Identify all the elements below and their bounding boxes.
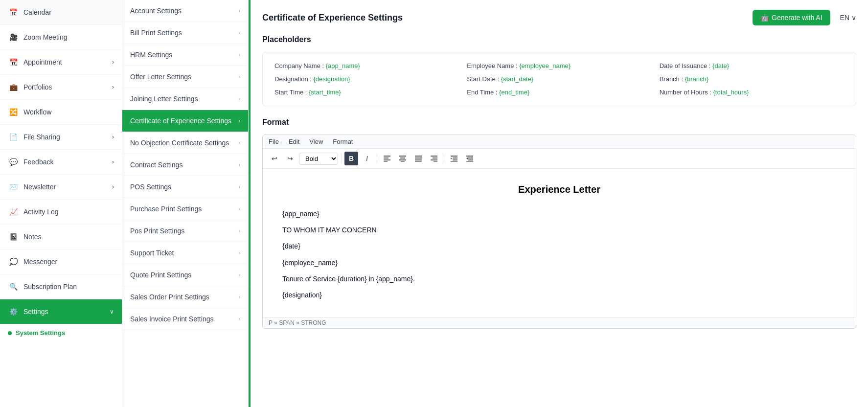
align-left-button[interactable] xyxy=(380,152,394,165)
generate-ai-button[interactable]: 🤖 Generate with AI xyxy=(753,10,830,25)
language-selector[interactable]: EN ∨ xyxy=(840,14,856,22)
chevron-right-icon: › xyxy=(238,95,240,102)
settings-menu-item-purchase-print[interactable]: Purchase Print Settings › xyxy=(122,198,248,220)
indent-button[interactable] xyxy=(447,152,461,165)
menu-format[interactable]: Format xyxy=(333,138,353,145)
align-center-button[interactable] xyxy=(396,152,410,165)
sidebar-item-zoom-meeting[interactable]: 🎥 Zoom Meeting xyxy=(0,25,122,50)
chevron-right-icon: › xyxy=(112,183,114,190)
sidebar-item-workflow[interactable]: 🔀 Workflow xyxy=(0,100,122,125)
settings-icon: ⚙️ xyxy=(8,306,19,317)
bold-button[interactable]: B xyxy=(344,152,358,165)
chevron-right-icon: › xyxy=(112,84,114,90)
sidebar-item-newsletter[interactable]: ✉️ Newsletter › xyxy=(0,175,122,200)
sidebar: 📅 Calendar 🎥 Zoom Meeting 📆 Appointment … xyxy=(0,0,122,407)
settings-menu-item-sales-order-print[interactable]: Sales Order Print Settings › xyxy=(122,286,248,308)
placeholder-label: Start Date : xyxy=(467,75,501,83)
sidebar-item-file-sharing[interactable]: 📄 File Sharing › xyxy=(0,125,122,150)
placeholder-value: {designation} xyxy=(314,75,350,83)
portfolios-icon: 💼 xyxy=(8,82,19,92)
placeholder-branch: Branch : {branch} xyxy=(660,75,844,83)
settings-menu-label: Quote Print Settings xyxy=(130,271,191,279)
newsletter-icon: ✉️ xyxy=(8,181,19,192)
sidebar-item-subscription-plan[interactable]: 🔍 Subscription Plan xyxy=(0,274,122,299)
placeholder-total-hours: Number of Hours : {total_hours} xyxy=(660,89,844,96)
settings-menu-item-pos-print[interactable]: Pos Print Settings › xyxy=(122,220,248,242)
settings-menu-label: Sales Invoice Print Settings xyxy=(130,315,213,323)
system-settings-label[interactable]: System Settings xyxy=(0,324,122,339)
file-sharing-icon: 📄 xyxy=(8,132,19,142)
svg-rect-13 xyxy=(433,158,437,158)
format-title: Format xyxy=(262,118,856,127)
settings-menu-item-no-objection[interactable]: No Objection Certificate Settings › xyxy=(122,132,248,154)
svg-rect-22 xyxy=(468,158,473,158)
settings-menu-item-account[interactable]: Account Settings › xyxy=(122,0,248,22)
sidebar-item-portfolios[interactable]: 💼 Portfolios › xyxy=(0,75,122,100)
chevron-right-icon: › xyxy=(238,271,240,278)
chevron-right-icon: › xyxy=(238,316,240,322)
toolbar-separator xyxy=(341,154,342,163)
placeholder-label: Start Time : xyxy=(274,89,309,96)
placeholder-label: Company Name : xyxy=(274,62,326,69)
header-right: 🤖 Generate with AI EN ∨ xyxy=(753,10,856,25)
svg-rect-19 xyxy=(451,161,457,162)
menu-view[interactable]: View xyxy=(309,138,323,145)
sidebar-item-settings[interactable]: ⚙️ Settings ∨ xyxy=(0,299,122,324)
settings-menu-item-offer-letter[interactable]: Offer Letter Settings › xyxy=(122,66,248,88)
settings-menu-item-sales-invoice-print[interactable]: Sales Invoice Print Settings › xyxy=(122,308,248,330)
menu-edit[interactable]: Edit xyxy=(289,138,299,145)
font-style-select[interactable]: Bold Normal Italic xyxy=(299,153,338,165)
editor-body[interactable]: Experience Letter {app_name} TO WHOM IT … xyxy=(263,169,856,317)
placeholder-value: {date} xyxy=(712,62,729,69)
svg-rect-15 xyxy=(434,161,437,162)
placeholder-designation: Designation : {designation} xyxy=(274,75,459,83)
settings-menu-label: Offer Letter Settings xyxy=(130,73,191,81)
align-justify-button[interactable] xyxy=(411,152,425,165)
sidebar-item-label: Messenger xyxy=(23,258,114,266)
chevron-right-icon: › xyxy=(238,205,240,212)
settings-menu-item-quote-print[interactable]: Quote Print Settings › xyxy=(122,264,248,286)
menu-file[interactable]: File xyxy=(269,138,279,145)
settings-menu-item-cert-experience[interactable]: Certificate of Experience Settings › xyxy=(122,110,248,132)
sidebar-item-appointment[interactable]: 📆 Appointment › xyxy=(0,50,122,75)
sidebar-item-feedback[interactable]: 💬 Feedback › xyxy=(0,150,122,175)
settings-menu-item-joining-letter[interactable]: Joining Letter Settings › xyxy=(122,88,248,110)
svg-rect-7 xyxy=(401,161,405,162)
settings-menu-label: Purchase Print Settings xyxy=(130,205,202,213)
sidebar-item-label: Notes xyxy=(23,233,114,241)
italic-button[interactable]: I xyxy=(360,152,374,165)
outdent-button[interactable] xyxy=(463,152,477,165)
svg-rect-12 xyxy=(431,156,437,157)
sidebar-item-calendar[interactable]: 📅 Calendar xyxy=(0,0,122,25)
chevron-right-icon: › xyxy=(238,73,240,80)
sidebar-item-messenger[interactable]: 💭 Messenger xyxy=(0,249,122,274)
settings-menu-item-pos[interactable]: POS Settings › xyxy=(122,176,248,198)
sidebar-item-activity-log[interactable]: 📈 Activity Log xyxy=(0,200,122,225)
settings-menu-item-bill-print[interactable]: Bill Print Settings › xyxy=(122,22,248,44)
chevron-right-icon: › xyxy=(238,161,240,168)
settings-menu-item-support-ticket[interactable]: Support Ticket › xyxy=(122,242,248,264)
editor-line-to-whom: TO WHOM IT MAY CONCERN xyxy=(282,224,836,236)
editor-container: File Edit View Format ↩ ↪ Bold Normal It… xyxy=(262,135,856,329)
placeholder-start-time: Start Time : {start_time} xyxy=(274,89,459,96)
settings-menu-label: POS Settings xyxy=(130,183,171,191)
settings-menu-item-contract[interactable]: Contract Settings › xyxy=(122,154,248,176)
zoom-icon: 🎥 xyxy=(8,32,19,43)
chevron-right-icon: › xyxy=(112,158,114,165)
placeholder-value: {start_time} xyxy=(309,89,341,96)
chevron-right-icon: › xyxy=(238,294,240,300)
sidebar-item-notes[interactable]: 📓 Notes xyxy=(0,225,122,249)
placeholder-end-time: End Time : {end_time} xyxy=(467,89,651,96)
svg-rect-24 xyxy=(466,161,473,162)
sidebar-item-label: Portfolios xyxy=(23,83,112,91)
svg-rect-23 xyxy=(468,159,473,160)
sidebar-item-label: Settings xyxy=(23,308,110,316)
settings-menu-item-hrm[interactable]: HRM Settings › xyxy=(122,44,248,66)
align-right-button[interactable] xyxy=(427,152,441,165)
svg-rect-16 xyxy=(451,156,457,157)
settings-menu-label: Pos Print Settings xyxy=(130,227,184,235)
undo-button[interactable]: ↩ xyxy=(268,152,281,165)
placeholder-label: Designation : xyxy=(274,75,314,83)
redo-button[interactable]: ↪ xyxy=(283,152,297,165)
placeholder-company-name: Company Name : {app_name} xyxy=(274,62,459,69)
